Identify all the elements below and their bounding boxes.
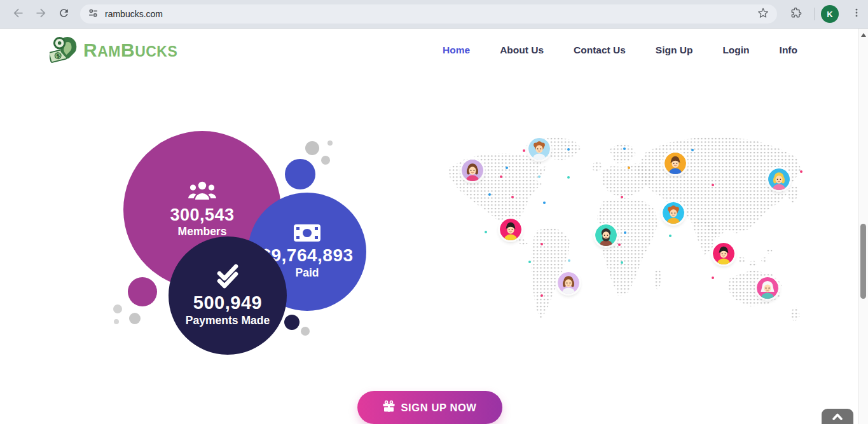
member-avatar-marker-boy-crimson: [500, 219, 521, 240]
member-avatar-marker-boy-cyan: [663, 202, 684, 224]
scrollbar-up-arrow[interactable]: [861, 33, 866, 37]
decorative-bubble: [284, 315, 300, 330]
browser-menu-button[interactable]: [845, 3, 868, 25]
kebab-menu-icon: [851, 7, 862, 21]
stat-label: Payments Made: [186, 313, 270, 328]
browser-window: rambucks.com K: [0, 0, 868, 424]
page-scrollbar[interactable]: [858, 29, 868, 424]
map-colored-dot: [621, 196, 623, 198]
toolbar-separator: [814, 8, 815, 20]
sign-up-now-button[interactable]: SIGN UP NOW: [357, 391, 502, 424]
nav-item-login[interactable]: Login: [722, 44, 749, 56]
users-icon: [188, 181, 217, 202]
main-nav: Home About Us Contact Us Sign Up Login I…: [443, 44, 797, 56]
member-avatar-marker-girl-scarf-pink: [757, 277, 778, 299]
extensions-button[interactable]: [785, 3, 808, 25]
bookmark-star-icon[interactable]: [757, 6, 769, 22]
map-colored-dot: [543, 202, 546, 204]
scroll-to-top-button[interactable]: [822, 409, 853, 424]
map-colored-dot: [669, 235, 672, 237]
decorative-bubble: [327, 140, 333, 146]
map-colored-dot: [511, 196, 514, 198]
decorative-bubble: [305, 141, 319, 155]
site-header: $ RAMBUCKS Home About Us Contact Us Sign…: [0, 29, 858, 71]
map-colored-dot: [623, 147, 626, 150]
money-bill-icon: [293, 224, 321, 242]
map-colored-dot: [485, 231, 487, 233]
nav-item-home[interactable]: Home: [443, 44, 470, 56]
map-colored-dot: [567, 148, 570, 151]
site-logo[interactable]: $ RAMBUCKS: [50, 33, 177, 67]
extensions-puzzle-icon: [790, 6, 803, 22]
browser-toolbar: rambucks.com K: [0, 0, 868, 29]
map-colored-dot: [500, 175, 502, 178]
url-text[interactable]: rambucks.com: [105, 9, 163, 19]
member-avatar-marker-man-beard-teal: [595, 224, 617, 246]
nav-item-info[interactable]: Info: [780, 44, 797, 56]
map-colored-dot: [800, 170, 803, 173]
member-avatar-marker-boy-curly-lightblue: [528, 138, 550, 160]
forward-button[interactable]: [29, 3, 52, 25]
map-colored-dot: [528, 261, 531, 263]
stat-circle-payments: 500,949 Payments Made: [169, 236, 287, 355]
member-avatar-marker-girl-lavender-2: [558, 272, 579, 294]
stat-value: 500,949: [193, 293, 262, 313]
refresh-icon: [58, 7, 70, 22]
decorative-bubble: [128, 277, 157, 306]
decorative-bubble: [114, 319, 119, 324]
decorative-bubble: [285, 159, 315, 189]
map-colored-dot: [712, 277, 714, 279]
member-avatar-marker-girl-blonde-cyan: [768, 168, 790, 190]
nav-item-about[interactable]: About Us: [500, 44, 544, 56]
stat-value: 300,543: [170, 206, 234, 225]
site-settings-icon[interactable]: [88, 8, 99, 21]
logo-wordmark: RAMBUCKS: [83, 41, 177, 60]
decorative-bubble: [129, 313, 141, 324]
map-colored-dot: [541, 243, 543, 245]
check-double-icon: [214, 264, 242, 289]
map-colored-dot: [488, 193, 491, 196]
nav-item-contact[interactable]: Contact Us: [574, 44, 626, 56]
back-icon: [11, 6, 25, 22]
map-colored-dot: [712, 184, 714, 186]
map-colored-dot: [541, 294, 543, 297]
map-colored-dot: [628, 167, 630, 169]
back-button[interactable]: [6, 3, 29, 25]
map-colored-dot: [523, 149, 525, 152]
profile-avatar[interactable]: K: [821, 5, 839, 23]
forward-icon: [34, 6, 48, 22]
map-colored-dot: [568, 259, 570, 262]
member-avatar-marker-boy-orange: [665, 153, 686, 174]
map-colored-dot: [618, 243, 621, 246]
refresh-button[interactable]: [52, 3, 75, 25]
scrollbar-thumb[interactable]: [860, 224, 866, 299]
map-colored-dot: [621, 261, 623, 264]
member-avatar-marker-girl-lavender: [462, 160, 483, 181]
member-avatar-marker-boy-crimson-2: [713, 243, 734, 264]
decorative-bubble: [321, 156, 330, 165]
map-colored-dot: [506, 167, 508, 169]
map-colored-dot: [624, 231, 626, 234]
chevron-up-icon: [830, 411, 844, 424]
address-bar[interactable]: rambucks.com: [80, 4, 777, 24]
decorative-bubble: [113, 304, 122, 313]
map-colored-dot: [567, 176, 570, 179]
cta-label: SIGN UP NOW: [401, 402, 476, 414]
map-colored-dot: [538, 175, 541, 178]
world-map: [445, 130, 811, 327]
map-colored-dot: [691, 149, 694, 151]
decorative-bubble: [301, 327, 310, 336]
stat-label: Paid: [296, 266, 319, 280]
nav-item-signup[interactable]: Sign Up: [656, 44, 693, 56]
hero-section: 300,543 Members $9,764,893 Paid 500,949 …: [0, 71, 858, 424]
gift-icon: [383, 400, 395, 414]
ram-logo-icon: $: [50, 33, 79, 67]
